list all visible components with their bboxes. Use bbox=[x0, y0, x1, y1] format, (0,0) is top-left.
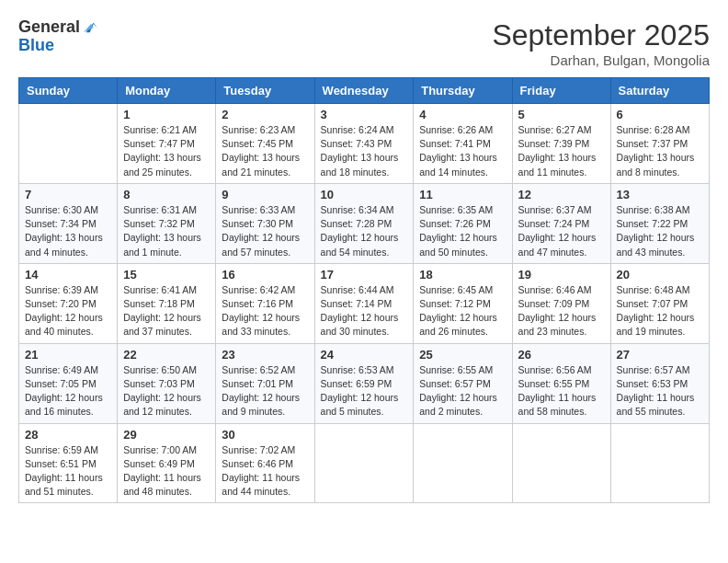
calendar-week-row: 14Sunrise: 6:39 AMSunset: 7:20 PMDayligh… bbox=[19, 263, 710, 343]
logo: General Blue bbox=[18, 18, 98, 55]
calendar-table: Sunday Monday Tuesday Wednesday Thursday… bbox=[18, 77, 710, 503]
table-row: 19Sunrise: 6:46 AMSunset: 7:09 PMDayligh… bbox=[512, 263, 610, 343]
day-info: Sunrise: 6:44 AMSunset: 7:14 PMDaylight:… bbox=[321, 283, 408, 339]
location-subtitle: Darhan, Bulgan, Mongolia bbox=[492, 52, 710, 68]
logo-icon bbox=[80, 18, 98, 37]
title-block: September 2025 Darhan, Bulgan, Mongolia bbox=[492, 18, 710, 68]
day-number: 8 bbox=[123, 188, 210, 201]
table-row bbox=[314, 423, 414, 503]
calendar-week-row: 21Sunrise: 6:49 AMSunset: 7:05 PMDayligh… bbox=[19, 343, 710, 423]
table-row: 28Sunrise: 6:59 AMSunset: 6:51 PMDayligh… bbox=[19, 423, 118, 503]
table-row: 17Sunrise: 6:44 AMSunset: 7:14 PMDayligh… bbox=[314, 263, 414, 343]
day-info: Sunrise: 6:41 AMSunset: 7:18 PMDaylight:… bbox=[123, 283, 210, 339]
day-number: 27 bbox=[617, 348, 703, 362]
day-info: Sunrise: 7:00 AMSunset: 6:49 PMDaylight:… bbox=[123, 443, 210, 500]
day-info: Sunrise: 6:50 AMSunset: 7:03 PMDaylight:… bbox=[123, 363, 210, 419]
day-number: 7 bbox=[25, 188, 111, 201]
day-info: Sunrise: 6:28 AMSunset: 7:37 PMDaylight:… bbox=[617, 123, 703, 179]
table-row: 27Sunrise: 6:57 AMSunset: 6:53 PMDayligh… bbox=[610, 343, 709, 423]
day-info: Sunrise: 6:33 AMSunset: 7:30 PMDaylight:… bbox=[222, 203, 308, 259]
table-row: 29Sunrise: 7:00 AMSunset: 6:49 PMDayligh… bbox=[118, 423, 216, 503]
calendar-week-row: 28Sunrise: 6:59 AMSunset: 6:51 PMDayligh… bbox=[19, 423, 710, 503]
day-info: Sunrise: 6:35 AMSunset: 7:26 PMDaylight:… bbox=[419, 203, 506, 259]
table-row: 22Sunrise: 6:50 AMSunset: 7:03 PMDayligh… bbox=[118, 343, 216, 423]
day-info: Sunrise: 6:45 AMSunset: 7:12 PMDaylight:… bbox=[419, 283, 506, 339]
table-row: 1Sunrise: 6:21 AMSunset: 7:47 PMDaylight… bbox=[118, 104, 216, 184]
logo-blue: Blue bbox=[18, 37, 54, 55]
day-info: Sunrise: 6:23 AMSunset: 7:45 PMDaylight:… bbox=[222, 123, 308, 179]
day-number: 1 bbox=[123, 108, 210, 121]
table-row: 13Sunrise: 6:38 AMSunset: 7:22 PMDayligh… bbox=[610, 183, 709, 263]
header-thursday: Thursday bbox=[414, 78, 512, 104]
table-row: 9Sunrise: 6:33 AMSunset: 7:30 PMDaylight… bbox=[216, 183, 314, 263]
day-info: Sunrise: 6:49 AMSunset: 7:05 PMDaylight:… bbox=[25, 363, 111, 419]
header-friday: Friday bbox=[512, 78, 610, 104]
day-info: Sunrise: 6:24 AMSunset: 7:43 PMDaylight:… bbox=[321, 123, 408, 179]
day-number: 20 bbox=[617, 268, 703, 282]
header-saturday: Saturday bbox=[610, 78, 709, 104]
table-row: 4Sunrise: 6:26 AMSunset: 7:41 PMDaylight… bbox=[414, 104, 512, 184]
day-number: 17 bbox=[321, 268, 408, 282]
table-row: 6Sunrise: 6:28 AMSunset: 7:37 PMDaylight… bbox=[610, 104, 709, 184]
day-info: Sunrise: 6:30 AMSunset: 7:34 PMDaylight:… bbox=[25, 203, 111, 259]
day-number: 24 bbox=[321, 348, 408, 362]
day-info: Sunrise: 6:55 AMSunset: 6:57 PMDaylight:… bbox=[419, 363, 506, 419]
calendar-header-row: Sunday Monday Tuesday Wednesday Thursday… bbox=[19, 78, 710, 104]
day-number: 28 bbox=[25, 428, 111, 442]
table-row: 7Sunrise: 6:30 AMSunset: 7:34 PMDaylight… bbox=[19, 183, 118, 263]
table-row bbox=[512, 423, 610, 503]
day-number: 30 bbox=[222, 428, 308, 442]
month-title: September 2025 bbox=[492, 18, 710, 52]
table-row: 8Sunrise: 6:31 AMSunset: 7:32 PMDaylight… bbox=[118, 183, 216, 263]
table-row: 26Sunrise: 6:56 AMSunset: 6:55 PMDayligh… bbox=[512, 343, 610, 423]
table-row bbox=[19, 104, 118, 184]
header-tuesday: Tuesday bbox=[216, 78, 314, 104]
day-info: Sunrise: 6:52 AMSunset: 7:01 PMDaylight:… bbox=[222, 363, 308, 419]
table-row: 16Sunrise: 6:42 AMSunset: 7:16 PMDayligh… bbox=[216, 263, 314, 343]
table-row: 23Sunrise: 6:52 AMSunset: 7:01 PMDayligh… bbox=[216, 343, 314, 423]
table-row: 12Sunrise: 6:37 AMSunset: 7:24 PMDayligh… bbox=[512, 183, 610, 263]
day-number: 12 bbox=[518, 188, 605, 201]
table-row bbox=[610, 423, 709, 503]
day-number: 5 bbox=[518, 108, 605, 121]
table-row: 2Sunrise: 6:23 AMSunset: 7:45 PMDaylight… bbox=[216, 104, 314, 184]
table-row: 11Sunrise: 6:35 AMSunset: 7:26 PMDayligh… bbox=[414, 183, 512, 263]
day-number: 15 bbox=[123, 268, 210, 282]
table-row: 24Sunrise: 6:53 AMSunset: 6:59 PMDayligh… bbox=[314, 343, 414, 423]
table-row: 10Sunrise: 6:34 AMSunset: 7:28 PMDayligh… bbox=[314, 183, 414, 263]
day-number: 6 bbox=[617, 108, 703, 121]
day-number: 25 bbox=[419, 348, 506, 362]
calendar-week-row: 1Sunrise: 6:21 AMSunset: 7:47 PMDaylight… bbox=[19, 104, 710, 184]
day-number: 2 bbox=[222, 108, 308, 121]
day-number: 10 bbox=[321, 188, 408, 201]
day-info: Sunrise: 6:48 AMSunset: 7:07 PMDaylight:… bbox=[617, 283, 703, 339]
day-number: 26 bbox=[518, 348, 605, 362]
day-info: Sunrise: 6:38 AMSunset: 7:22 PMDaylight:… bbox=[617, 203, 703, 259]
day-info: Sunrise: 6:31 AMSunset: 7:32 PMDaylight:… bbox=[123, 203, 210, 259]
table-row: 25Sunrise: 6:55 AMSunset: 6:57 PMDayligh… bbox=[414, 343, 512, 423]
day-info: Sunrise: 6:26 AMSunset: 7:41 PMDaylight:… bbox=[419, 123, 506, 179]
day-info: Sunrise: 7:02 AMSunset: 6:46 PMDaylight:… bbox=[222, 443, 308, 500]
day-number: 21 bbox=[25, 348, 111, 362]
day-number: 11 bbox=[419, 188, 506, 201]
table-row bbox=[414, 423, 512, 503]
day-info: Sunrise: 6:56 AMSunset: 6:55 PMDaylight:… bbox=[518, 363, 605, 419]
day-number: 29 bbox=[123, 428, 210, 442]
header-monday: Monday bbox=[118, 78, 216, 104]
day-info: Sunrise: 6:42 AMSunset: 7:16 PMDaylight:… bbox=[222, 283, 308, 339]
table-row: 30Sunrise: 7:02 AMSunset: 6:46 PMDayligh… bbox=[216, 423, 314, 503]
day-info: Sunrise: 6:21 AMSunset: 7:47 PMDaylight:… bbox=[123, 123, 210, 179]
header-wednesday: Wednesday bbox=[314, 78, 414, 104]
page-header: General Blue September 2025 Darhan, Bulg… bbox=[18, 18, 710, 68]
table-row: 21Sunrise: 6:49 AMSunset: 7:05 PMDayligh… bbox=[19, 343, 118, 423]
day-info: Sunrise: 6:59 AMSunset: 6:51 PMDaylight:… bbox=[25, 443, 111, 500]
day-number: 22 bbox=[123, 348, 210, 362]
logo-general: General bbox=[18, 18, 80, 37]
table-row: 18Sunrise: 6:45 AMSunset: 7:12 PMDayligh… bbox=[414, 263, 512, 343]
day-info: Sunrise: 6:27 AMSunset: 7:39 PMDaylight:… bbox=[518, 123, 605, 179]
day-info: Sunrise: 6:46 AMSunset: 7:09 PMDaylight:… bbox=[518, 283, 605, 339]
day-info: Sunrise: 6:37 AMSunset: 7:24 PMDaylight:… bbox=[518, 203, 605, 259]
table-row: 15Sunrise: 6:41 AMSunset: 7:18 PMDayligh… bbox=[118, 263, 216, 343]
day-number: 13 bbox=[617, 188, 703, 201]
table-row: 14Sunrise: 6:39 AMSunset: 7:20 PMDayligh… bbox=[19, 263, 118, 343]
